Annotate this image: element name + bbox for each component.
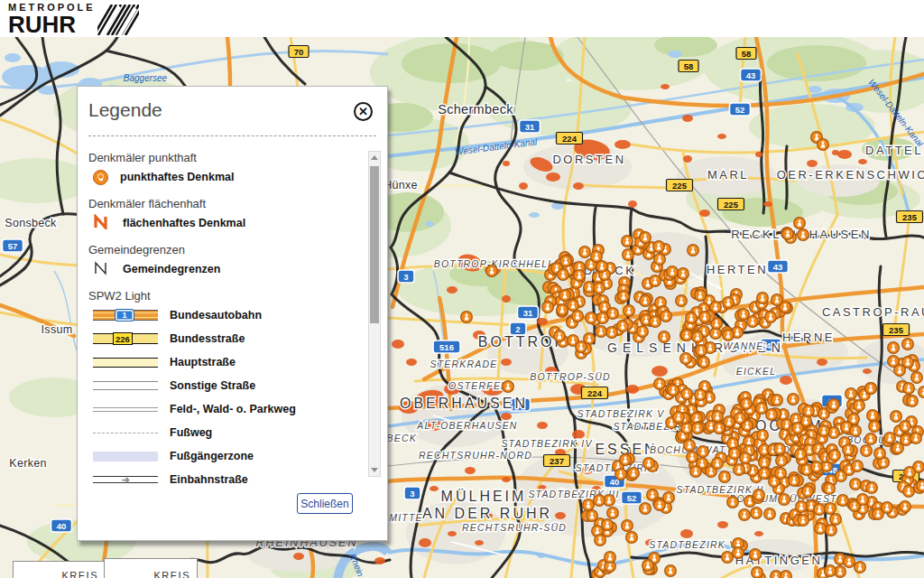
monument-marker[interactable] <box>574 270 586 282</box>
monument-marker[interactable] <box>560 256 572 267</box>
monument-marker[interactable] <box>740 452 752 464</box>
scroll-down-icon[interactable] <box>369 464 380 476</box>
monument-marker[interactable] <box>741 398 753 410</box>
legend-scrollbar[interactable] <box>368 151 381 477</box>
monument-marker[interactable] <box>696 345 707 357</box>
monument-marker[interactable] <box>678 268 689 280</box>
monument-marker[interactable] <box>654 254 666 266</box>
monument-marker[interactable] <box>735 413 746 424</box>
monument-marker[interactable] <box>668 385 679 396</box>
monument-marker[interactable] <box>861 445 873 457</box>
monument-marker[interactable] <box>759 468 771 480</box>
monument-marker[interactable] <box>866 482 878 494</box>
monument-marker[interactable] <box>699 312 711 323</box>
monument-marker[interactable] <box>714 423 725 434</box>
monument-marker[interactable] <box>854 400 865 412</box>
monument-marker[interactable] <box>640 295 651 307</box>
monument-marker[interactable] <box>606 327 618 339</box>
monument-marker[interactable] <box>794 218 806 229</box>
monument-marker[interactable] <box>568 300 579 312</box>
monument-marker[interactable] <box>756 403 768 415</box>
monument-marker[interactable] <box>722 552 734 564</box>
monument-marker[interactable] <box>884 433 896 444</box>
monument-marker[interactable] <box>829 450 841 461</box>
monument-marker[interactable] <box>698 357 710 368</box>
monument-marker[interactable] <box>690 466 702 478</box>
monument-marker[interactable] <box>772 395 783 406</box>
monument-marker[interactable] <box>583 499 595 511</box>
monument-marker[interactable] <box>617 321 629 332</box>
monument-marker[interactable] <box>698 446 709 458</box>
monument-marker[interactable] <box>779 494 790 506</box>
monument-marker[interactable] <box>776 455 788 467</box>
monument-marker[interactable] <box>503 381 514 393</box>
monument-marker[interactable] <box>559 290 571 302</box>
monument-marker[interactable] <box>663 492 675 504</box>
monument-marker[interactable] <box>867 410 879 422</box>
monument-marker[interactable] <box>903 486 915 498</box>
monument-marker[interactable] <box>764 508 776 520</box>
monument-marker[interactable] <box>907 396 919 407</box>
monument-marker[interactable] <box>687 452 698 463</box>
monument-marker[interactable] <box>557 304 568 316</box>
monument-marker[interactable] <box>782 228 794 240</box>
monument-marker[interactable] <box>594 495 605 507</box>
monument-marker[interactable] <box>596 326 607 338</box>
monument-marker[interactable] <box>712 411 724 423</box>
monument-marker[interactable] <box>461 312 473 323</box>
monument-marker[interactable] <box>904 467 916 479</box>
monument-marker[interactable] <box>900 501 911 513</box>
monument-marker[interactable] <box>865 383 877 395</box>
monument-marker[interactable] <box>830 514 842 526</box>
monument-marker[interactable] <box>602 519 614 531</box>
monument-marker[interactable] <box>667 266 679 278</box>
monument-marker[interactable] <box>825 565 836 577</box>
monument-marker[interactable] <box>654 378 666 390</box>
monument-marker[interactable] <box>855 562 866 573</box>
monument-marker[interactable] <box>789 475 800 487</box>
monument-marker[interactable] <box>803 406 815 417</box>
monument-marker[interactable] <box>734 464 745 476</box>
monument-marker[interactable] <box>624 305 635 317</box>
monument-marker[interactable] <box>903 383 915 395</box>
monument-marker[interactable] <box>486 266 498 277</box>
monument-marker[interactable] <box>759 457 771 469</box>
monument-marker[interactable] <box>688 245 699 256</box>
monument-marker[interactable] <box>618 291 630 303</box>
monument-marker[interactable] <box>775 468 787 480</box>
monument-marker[interactable] <box>837 495 849 507</box>
monument-marker[interactable] <box>673 412 685 424</box>
monument-marker[interactable] <box>850 479 862 490</box>
monument-marker[interactable] <box>676 295 688 307</box>
monument-marker[interactable] <box>911 372 923 384</box>
monument-marker[interactable] <box>729 448 741 460</box>
monument-marker[interactable] <box>843 444 855 456</box>
scroll-up-icon[interactable] <box>369 152 380 163</box>
monument-marker[interactable] <box>596 261 608 273</box>
monument-marker[interactable] <box>874 448 886 460</box>
monument-marker[interactable] <box>558 269 569 281</box>
monument-marker[interactable] <box>796 501 808 513</box>
monument-marker[interactable] <box>605 552 616 564</box>
monument-marker[interactable] <box>695 290 707 302</box>
monument-marker[interactable] <box>640 503 651 515</box>
monument-marker[interactable] <box>802 486 814 498</box>
monument-marker[interactable] <box>650 316 661 328</box>
monument-marker[interactable] <box>818 139 829 151</box>
monument-marker[interactable] <box>650 275 661 287</box>
monument-marker[interactable] <box>902 339 914 350</box>
monument-marker[interactable] <box>637 326 649 338</box>
monument-marker[interactable] <box>781 571 792 578</box>
monument-marker[interactable] <box>695 389 707 401</box>
monument-marker[interactable] <box>818 425 830 437</box>
monument-marker[interactable] <box>751 508 762 519</box>
monument-marker[interactable] <box>798 229 809 241</box>
monument-marker[interactable] <box>814 504 826 516</box>
monument-marker[interactable] <box>910 433 922 444</box>
monument-marker[interactable] <box>792 423 804 434</box>
monument-marker[interactable] <box>607 508 619 519</box>
monument-marker[interactable] <box>620 454 632 466</box>
monument-marker[interactable] <box>681 330 693 341</box>
monument-marker[interactable] <box>661 311 672 322</box>
monument-marker[interactable] <box>572 311 584 322</box>
